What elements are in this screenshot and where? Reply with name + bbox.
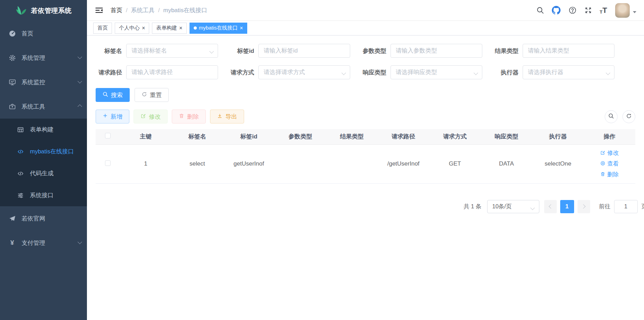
tab-label: 个人中心: [119, 25, 140, 31]
sidebar-item-system-monitor[interactable]: 系统监控: [0, 70, 87, 94]
refresh-icon: [142, 91, 147, 99]
edit-icon: [600, 150, 605, 157]
sidebar-item-payment[interactable]: ¥ 支付管理: [0, 231, 87, 255]
sidebar-item-label: 首页: [22, 30, 33, 38]
close-icon[interactable]: ×: [179, 25, 182, 31]
column-header: 参数类型: [275, 129, 326, 144]
cell-result-type: [326, 144, 378, 183]
cell-tag-name: select: [171, 144, 223, 183]
chevron-down-icon: [342, 71, 345, 77]
select-all-checkbox[interactable]: [105, 133, 111, 138]
user-menu[interactable]: [615, 3, 636, 18]
column-header: 请求路径: [378, 129, 429, 144]
executor-select[interactable]: [523, 65, 614, 79]
tab-form-builder[interactable]: 表单构建 ×: [152, 23, 186, 34]
delete-button[interactable]: 删除: [172, 110, 206, 123]
sidebar-item-label: 系统管理: [22, 54, 45, 62]
field-label: 执行器: [492, 69, 523, 77]
request-method-select[interactable]: [258, 65, 350, 79]
breadcrumb-separator: /: [126, 7, 128, 14]
button-label: 新增: [111, 113, 122, 121]
page-number-button[interactable]: 1: [560, 200, 574, 213]
sidebar-item-home[interactable]: 首页: [0, 21, 87, 46]
sidebar-item-label: 若依官网: [22, 215, 45, 223]
field-response-type: 响应类型: [360, 65, 482, 79]
reset-button[interactable]: 重置: [135, 88, 169, 102]
search-button-row: 搜索 重置: [96, 88, 635, 102]
breadcrumb-separator: /: [158, 7, 160, 14]
paper-plane-icon: [8, 214, 16, 223]
prev-page-button[interactable]: [544, 200, 557, 213]
row-edit-link[interactable]: 修改: [600, 149, 619, 157]
result-type-input[interactable]: [523, 44, 614, 58]
cell-response-type: DATA: [481, 144, 532, 183]
row-delete-link[interactable]: 删除: [600, 171, 619, 178]
top-navbar: 首页 / 系统工具 / mybatis在线接口: [87, 0, 644, 21]
tab-profile[interactable]: 个人中心 ×: [115, 23, 149, 34]
row-view-link[interactable]: 查看: [600, 160, 619, 168]
field-tag-name: 标签名: [96, 44, 218, 58]
tag-name-select[interactable]: [126, 44, 218, 58]
font-size-icon[interactable]: TT: [600, 7, 607, 14]
page-size-select[interactable]: 10条/页: [487, 200, 539, 213]
gear-icon: [8, 54, 16, 62]
goto-page-input[interactable]: [614, 200, 638, 213]
sidebar-item-system-admin[interactable]: 系统管理: [0, 46, 87, 70]
export-button[interactable]: 导出: [210, 110, 244, 123]
sidebar-item-official-site[interactable]: 若依官网: [0, 206, 87, 231]
sidebar-item-label: 系统接口: [30, 191, 54, 199]
field-tag-id: 标签id: [228, 44, 350, 58]
tab-mybatis-api[interactable]: mybatis在线接口 ×: [190, 23, 247, 34]
edit-button[interactable]: 修改: [134, 110, 168, 123]
show-search-button[interactable]: [605, 110, 618, 123]
logo[interactable]: 若依管理系统: [0, 0, 87, 21]
search-icon[interactable]: [537, 7, 544, 14]
close-icon[interactable]: ×: [142, 25, 145, 31]
request-path-input[interactable]: [126, 65, 218, 79]
toolbox-icon: [8, 102, 16, 111]
github-icon[interactable]: [552, 6, 561, 15]
sidebar-item-mybatis-api[interactable]: mybatis在线接口: [0, 141, 87, 162]
refresh-table-button[interactable]: [622, 110, 635, 123]
table-row[interactable]: 1 select getUserInof /getUserInof GET DA…: [96, 144, 635, 183]
search-button[interactable]: 搜索: [96, 88, 130, 102]
search-form-row-2: 请求路径 请求方式 响应类型: [96, 65, 635, 79]
chevron-down-icon: [78, 54, 81, 61]
breadcrumb-home[interactable]: 首页: [111, 6, 122, 14]
response-type-select[interactable]: [391, 65, 482, 79]
active-dot: [194, 26, 197, 30]
row-checkbox[interactable]: [105, 160, 111, 166]
page-unit-label: 页: [642, 203, 644, 210]
param-type-input[interactable]: [391, 44, 482, 58]
help-icon[interactable]: [569, 6, 577, 14]
sidebar-item-form-builder[interactable]: 表单构建: [0, 119, 87, 141]
action-label: 查看: [607, 160, 619, 168]
search-form-row-1: 标签名 标签id 参数类型: [96, 44, 635, 58]
sidebar-item-label: 系统监控: [22, 78, 45, 86]
button-label: 重置: [150, 91, 162, 99]
magnifier-icon: [103, 91, 108, 99]
chevron-down-icon: [78, 239, 81, 246]
close-icon[interactable]: ×: [240, 25, 243, 31]
sidebar-fold-icon[interactable]: [95, 7, 103, 14]
field-label: 参数类型: [360, 47, 391, 55]
chevron-down-icon: [78, 79, 81, 86]
sidebar-item-code-gen[interactable]: 代码生成: [0, 162, 87, 184]
field-label: 请求方式: [228, 69, 258, 77]
tag-id-input[interactable]: [258, 44, 350, 58]
sidebar-item-system-tools[interactable]: 系统工具: [0, 94, 87, 119]
cell-request-method: GET: [429, 144, 481, 183]
next-page-button[interactable]: [578, 200, 590, 213]
avatar[interactable]: [615, 3, 630, 18]
chevron-up-icon: [78, 103, 81, 110]
action-label: 删除: [607, 171, 619, 178]
action-label: 修改: [607, 149, 619, 157]
add-button[interactable]: 新增: [96, 110, 129, 123]
sidebar-item-system-api[interactable]: 系统接口: [0, 184, 87, 206]
tab-home[interactable]: 首页: [93, 23, 112, 34]
chevron-down-icon: [531, 205, 534, 212]
fullscreen-icon[interactable]: [585, 7, 592, 14]
monitor-icon: [8, 78, 16, 86]
page-content: 标签名 标签id 参数类型: [87, 35, 644, 320]
button-label: 导出: [225, 113, 237, 121]
